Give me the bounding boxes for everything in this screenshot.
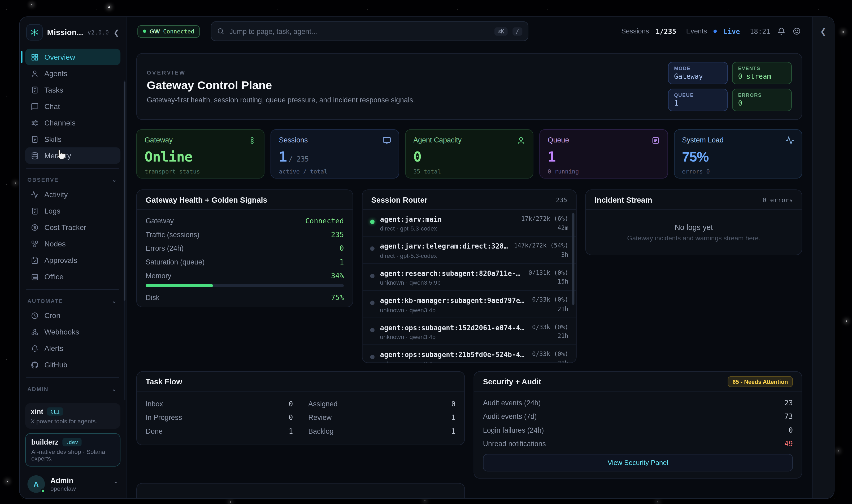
- sidebar-item-logs[interactable]: Logs: [25, 203, 121, 219]
- sidebar-item-alerts[interactable]: Alerts: [25, 340, 121, 357]
- sidebar-item-label: Tasks: [44, 86, 63, 94]
- task-value: 1: [289, 427, 293, 435]
- app-title: Mission...: [47, 28, 83, 37]
- chip-value: 1: [674, 99, 722, 107]
- sidebar-item-nodes[interactable]: Nodes: [25, 236, 121, 252]
- chip-mode: MODE Gateway: [668, 62, 728, 84]
- task-cell: Done1: [146, 425, 293, 438]
- section-admin[interactable]: ADMIN ⌄: [20, 382, 126, 396]
- stat-cards-row: Gateway Online transport status Sessions…: [137, 129, 802, 179]
- sidebar-item-office[interactable]: Office: [25, 268, 121, 285]
- stat-value: 0: [413, 149, 525, 165]
- chip-label: MODE: [674, 66, 722, 71]
- live-label: Live: [723, 27, 740, 35]
- section-automate[interactable]: AUTOMATE ⌄: [20, 294, 126, 307]
- sidebar-item-cost-tracker[interactable]: Cost Tracker: [25, 219, 121, 236]
- sidebar-item-label: Channels: [44, 119, 76, 127]
- search-input[interactable]: [230, 27, 489, 35]
- calendar-check-icon: [31, 256, 39, 264]
- live-dot: [713, 30, 717, 33]
- session-age: 42m: [521, 224, 568, 232]
- sidebar-item-agents[interactable]: Agents: [25, 65, 121, 82]
- promo-name: xint: [31, 408, 43, 416]
- chat-bubble-icon: [31, 102, 39, 110]
- sidebar-item-activity[interactable]: Activity: [25, 186, 121, 203]
- session-id: agent:ops:subagent:21b5fd0e-524b-48f0-99…: [380, 349, 527, 360]
- row-label: Memory: [146, 272, 171, 280]
- events-label: Events: [686, 27, 707, 35]
- task-value: 0: [451, 400, 455, 408]
- global-search[interactable]: ⌘K /: [211, 21, 528, 41]
- notifications-bell-icon[interactable]: [777, 27, 786, 36]
- task-value: 0: [289, 400, 293, 408]
- sidebar-item-webhooks[interactable]: Webhooks: [25, 324, 121, 340]
- session-meta: unknown · qwen3.5:9b: [380, 279, 523, 286]
- sidebar-item-overview[interactable]: Overview: [25, 49, 121, 65]
- sidebar-item-channels[interactable]: Channels: [25, 114, 121, 131]
- sidebar-scrollbar-thumb[interactable]: [124, 82, 125, 301]
- audit-label: Audit events (7d): [483, 412, 537, 420]
- clock: 18:21: [750, 27, 771, 35]
- sidebar-item-label: Activity: [44, 190, 68, 198]
- search-icon: [217, 27, 224, 35]
- sidebar-item-chat[interactable]: Chat: [25, 98, 121, 114]
- sidebar-item-tasks[interactable]: Tasks: [25, 82, 121, 98]
- smiley-face-icon[interactable]: [792, 27, 801, 36]
- activity-icon: [31, 190, 39, 198]
- row-value: 75%: [331, 293, 344, 302]
- stat-sub: active / total: [279, 168, 391, 175]
- session-usage: 17k/272k (6%): [521, 214, 568, 224]
- session-row[interactable]: agent:jarv:telegram:direct:328940762dire…: [363, 237, 576, 264]
- sidebar-item-label: Memory: [44, 151, 71, 160]
- stat-label: System Load: [682, 136, 794, 144]
- promo-card-xint[interactable]: xint CLI X power tools for agents.: [25, 403, 121, 429]
- session-status-dot: [370, 220, 375, 224]
- app-window: Mission... v2.0.0 ❮ Overview Agents Task…: [19, 16, 834, 499]
- chip-label: ERRORS: [738, 93, 786, 98]
- right-rail-collapse-chevron-icon[interactable]: ❮: [820, 27, 827, 498]
- security-audit-panel: Security + Audit 65 - Needs Attention Au…: [474, 371, 802, 479]
- session-row[interactable]: agent:kb-manager:subagent:9aed797e-723f-…: [363, 291, 576, 318]
- divider: [26, 289, 120, 290]
- stat-value-secondary: / 235: [289, 155, 309, 163]
- audit-row: Unread notifications49: [483, 437, 793, 451]
- chevron-up-icon: ⌃: [113, 480, 118, 488]
- view-security-panel-button[interactable]: View Security Panel: [483, 454, 793, 471]
- user-menu[interactable]: A Admin openclaw ⌃: [25, 471, 121, 493]
- session-status-dot: [370, 301, 375, 305]
- row-label: Errors (24h): [146, 244, 184, 253]
- nodes-icon: [31, 239, 39, 248]
- monitor-icon: [382, 136, 391, 145]
- stat-card-queue: Queue 1 0 running: [540, 129, 668, 179]
- sidebar-item-security[interactable]: Security: [25, 395, 121, 400]
- network-logo-icon: [30, 27, 39, 37]
- section-observe[interactable]: OBSERVE ⌄: [20, 173, 126, 186]
- user-name: Admin: [50, 476, 76, 485]
- section-label: AUTOMATE: [27, 298, 63, 304]
- session-list-scrollbar-thumb[interactable]: [572, 213, 574, 305]
- panel-title: Security + Audit: [483, 377, 541, 386]
- sidebar-item-approvals[interactable]: Approvals: [25, 252, 121, 268]
- chip-events: EVENTS 0 stream: [732, 62, 792, 84]
- promo-name: builderz: [31, 438, 59, 446]
- session-row[interactable]: agent:research:subagent:820a711e-db5b-4e…: [363, 264, 576, 291]
- sidebar-item-memory[interactable]: Memory: [25, 147, 121, 164]
- session-row[interactable]: agent:ops:subagent:152d2061-e074-41fb-8e…: [363, 318, 576, 345]
- sidebar-item-cron[interactable]: Cron: [25, 307, 121, 324]
- person-icon: [516, 136, 526, 145]
- promo-card-builderz[interactable]: builderz .dev AI-native dev shop · Solan…: [25, 433, 121, 467]
- sidebar-item-github[interactable]: GitHub: [25, 357, 121, 373]
- sidebar-collapse-chevron-icon[interactable]: ❮: [113, 28, 120, 36]
- chip-queue: QUEUE 1: [668, 89, 728, 111]
- sidebar-item-label: Skills: [44, 135, 61, 143]
- sidebar-item-label: Approvals: [44, 256, 77, 264]
- session-usage: 0/33k (0%): [532, 322, 568, 332]
- session-usage: 147k/272k (54%): [514, 241, 568, 251]
- session-row[interactable]: agent:jarv:maindirect · gpt-5.3-codex 17…: [363, 210, 576, 237]
- chip-label: EVENTS: [738, 66, 786, 71]
- row-value: 0: [340, 244, 344, 253]
- page-title: Gateway Control Plane: [147, 78, 415, 92]
- session-row[interactable]: agent:ops:subagent:21b5fd0e-524b-48f0-99…: [363, 345, 576, 363]
- sidebar-item-skills[interactable]: Skills: [25, 131, 121, 147]
- memory-progress-track: [146, 284, 344, 287]
